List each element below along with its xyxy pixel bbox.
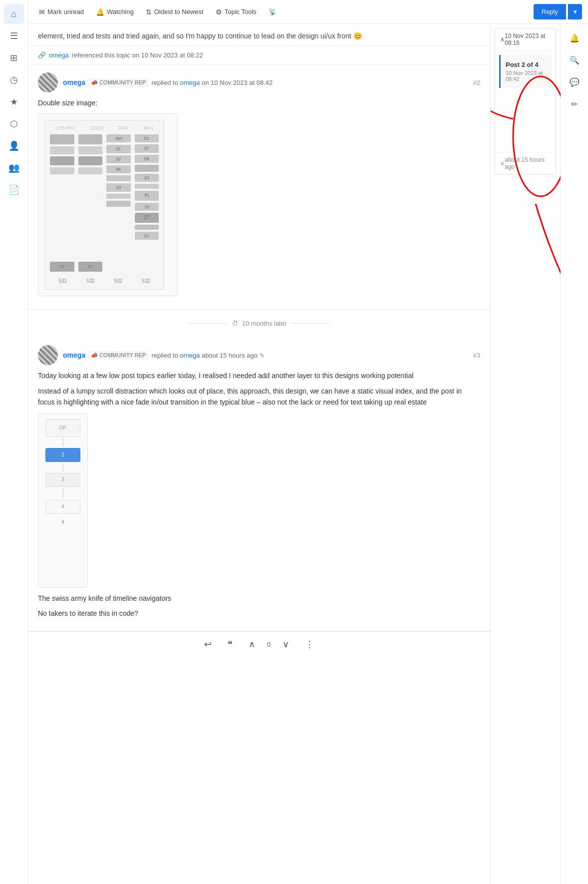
sidebar-document-icon[interactable]: 📄 (4, 180, 24, 200)
timeline-header: | YEARS | |2022| 2022 Jan | (49, 124, 160, 131)
post-2-reply-info: replied to omega on 10 Nov 2023 at 08:42 (151, 79, 273, 86)
reply-dropdown-button[interactable]: ▾ (568, 4, 582, 19)
tn-footer-time: about 15 hours ago (505, 156, 551, 170)
right-bubble-icon[interactable]: 💬 (565, 72, 585, 92)
post-3-author[interactable]: omega (63, 351, 85, 359)
post-3-avatar (38, 345, 58, 365)
post-3-badge: 📣 COMMUNITY REP (88, 351, 148, 360)
time-icon: ⏱ (232, 320, 238, 327)
reply-button[interactable]: Reply (534, 4, 566, 19)
post-2-replied-to-link[interactable]: omega (180, 79, 200, 86)
post-2-container: omega 📣 COMMUNITY REP replied to omega o… (28, 64, 490, 310)
right-search-icon[interactable]: 🔍 (565, 50, 585, 70)
timeline-col-4: 01 37 06 10 ⁴⁄₅ 15 27 (134, 134, 160, 273)
post-reference: 🔗 omega referenced this topic on 10 Nov … (28, 46, 490, 64)
timeline-image: | YEARS | |2022| 2022 Jan | (44, 120, 164, 290)
reply-action-button[interactable]: ↩ (200, 637, 216, 652)
st-connector-2 (62, 463, 63, 471)
mark-unread-icon: ✉ (39, 8, 45, 16)
sidebar-home-icon[interactable]: ⌂ (4, 4, 24, 24)
tn-header[interactable]: ∧ 10 Nov 2023 at 08:16 (495, 28, 556, 51)
sidebar-users-icon[interactable]: 👥 (4, 158, 24, 178)
post-2-avatar (38, 72, 58, 92)
content-area: element, tried and tests and tried again… (28, 24, 588, 884)
watching-icon: 🔔 (96, 8, 104, 16)
tn-spacer (495, 92, 556, 152)
right-sidebar: 🔔 🔍 💬 ✏ (560, 24, 588, 884)
st-bottom: 4 (61, 518, 64, 526)
timeline-col-3: Jan 01 37 06 10 (105, 134, 132, 273)
chevron-up-icon: ∧ (500, 36, 505, 43)
post-2-number: #2 (473, 79, 480, 86)
tn-footer[interactable]: ∨ about 15 hours ago (495, 152, 556, 174)
downvote-button[interactable]: ∨ (279, 637, 293, 652)
tn-post-info: Post 2 of 4 10 Nov 2023 at 08:42 (499, 55, 552, 88)
sort-button[interactable]: ⇅ Oldest to Newest (141, 5, 209, 19)
timeline-col-1: 27 (49, 134, 75, 273)
post-3-edit-icon: ✎ (260, 352, 265, 359)
post-3-reply-info: replied to omega about 15 hours ago ✎ (151, 352, 264, 359)
post-2-header: omega 📣 COMMUNITY REP replied to omega o… (38, 72, 480, 92)
sidebar-user-icon[interactable]: 👤 (4, 136, 24, 156)
post-2-meta: omega 📣 COMMUNITY REP replied to omega o… (63, 78, 468, 87)
post-3-replied-to-link[interactable]: omega (180, 352, 200, 359)
sort-icon: ⇅ (146, 8, 152, 16)
rss-icon[interactable]: 📡 (264, 5, 282, 18)
sidebar-bookmark-icon[interactable]: ★ (4, 92, 24, 112)
time-separator: ⏱ 10 months later (28, 310, 490, 337)
right-edit-icon[interactable]: ✏ (565, 94, 585, 114)
post-2-badge: 📣 COMMUNITY REP (88, 78, 148, 87)
sidebar-clock-icon[interactable]: ◷ (4, 70, 24, 90)
st-item-2: 2 (45, 448, 80, 462)
topic-tools-button[interactable]: ⚙ Topic Tools (211, 5, 262, 19)
post-3-timeline: OP 2 3 4 4 (38, 413, 88, 588)
st-item-4: 4 (45, 500, 80, 514)
bottom-action-bar: ↩ ❝ ∧ 0 ∨ ⋮ (28, 631, 490, 657)
sidebar-list-icon[interactable]: ☰ (4, 26, 24, 46)
timeline-nav: ∧ 10 Nov 2023 at 08:16 Post 2 of 4 10 No… (495, 28, 556, 175)
post-3-meta: omega 📣 COMMUNITY REP replied to omega a… (63, 351, 468, 360)
upvote-button[interactable]: ∧ (245, 637, 259, 652)
st-item-3: 3 (45, 473, 80, 487)
timeline-col-2: 27 (77, 134, 104, 273)
sidebar-grid-icon[interactable]: ⊞ (4, 48, 24, 68)
right-notification-icon[interactable]: 🔔 (565, 28, 585, 48)
tn-post-date: 10 Nov 2023 at 08:42 (506, 70, 547, 82)
mark-unread-button[interactable]: ✉ Mark unread (34, 5, 89, 19)
st-op-item: OP (45, 419, 80, 437)
tools-icon: ⚙ (216, 8, 222, 16)
left-sidebar: ⌂ ☰ ⊞ ◷ ★ ⬡ 👤 👥 📄 (0, 0, 28, 884)
reference-author-link[interactable]: omega (49, 51, 69, 59)
badge-icon: 📣 (91, 79, 98, 86)
st-connector-3 (62, 488, 63, 498)
post-2-image: | YEARS | |2022| 2022 Jan | (38, 113, 178, 296)
top-toolbar: ✉ Mark unread 🔔 Watching ⇅ Oldest to New… (28, 0, 588, 24)
chevron-down-icon: ∨ (500, 160, 505, 167)
post-3-number: #3 (473, 352, 480, 359)
post-3-header: omega 📣 COMMUNITY REP replied to omega a… (38, 345, 480, 365)
intro-text: element, tried and tests and tried again… (28, 24, 490, 46)
main-wrapper: ✉ Mark unread 🔔 Watching ⇅ Oldest to New… (28, 0, 588, 884)
sidebar-tag-icon[interactable]: ⬡ (4, 114, 24, 134)
st-connector-1 (62, 439, 63, 446)
post-3-body: Today looking at a few low post topics e… (38, 370, 480, 619)
post-3-container: omega 📣 COMMUNITY REP replied to omega a… (28, 337, 490, 631)
post-2-author[interactable]: omega (63, 78, 85, 86)
quote-action-button[interactable]: ❝ (224, 637, 237, 652)
post-2-body: Double size image: | YEARS | |2022| 2022… (38, 97, 480, 296)
vote-count: 0 (267, 641, 271, 648)
link-icon: 🔗 (38, 51, 46, 59)
timeline-panel: ∧ 10 Nov 2023 at 08:16 Post 2 of 4 10 No… (490, 24, 560, 884)
more-actions-button[interactable]: ⋮ (301, 637, 318, 652)
timeline-bottom: 532 532 532 532 (49, 275, 160, 285)
tn-post-title: Post 2 of 4 (506, 61, 547, 68)
timeline-cols: 27 27 (49, 134, 160, 273)
badge-icon-3: 📣 (91, 352, 98, 359)
posts-column: element, tried and tests and tried again… (28, 24, 490, 884)
tn-header-date: 10 Nov 2023 at 08:16 (505, 32, 551, 46)
watching-button[interactable]: 🔔 Watching (91, 5, 139, 19)
